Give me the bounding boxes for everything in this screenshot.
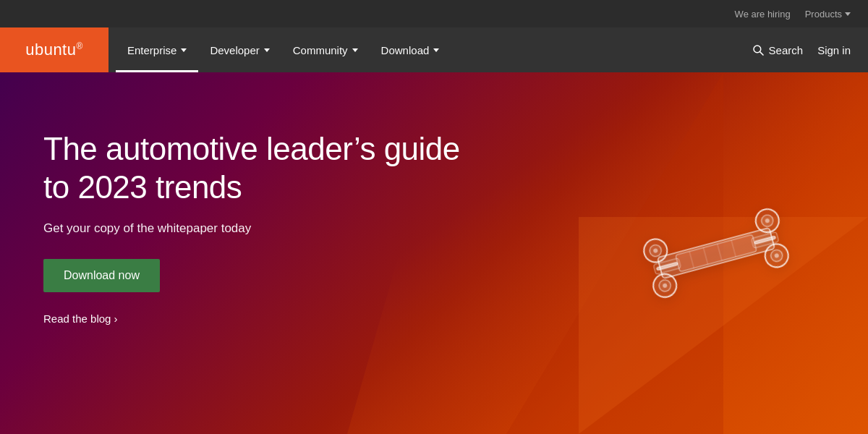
svg-line-1 (760, 52, 763, 56)
nav-item-developer[interactable]: Developer (198, 27, 281, 72)
logo-text: ubuntu® (25, 41, 83, 59)
we-are-hiring-link[interactable]: We are hiring (735, 9, 791, 20)
developer-chevron-icon (264, 48, 270, 52)
download-now-button[interactable]: Download now (43, 259, 160, 292)
hero-section: The automotive leader’s guide to 2023 tr… (0, 72, 868, 434)
svg-rect-26 (677, 237, 755, 271)
ubuntu-logo[interactable]: ubuntu® (0, 27, 109, 72)
hero-heading: The automotive leader’s guide to 2023 tr… (43, 130, 477, 207)
nav-item-enterprise[interactable]: Enterprise (116, 27, 198, 72)
products-chevron-icon (845, 12, 851, 16)
download-chevron-icon (433, 48, 439, 52)
community-chevron-icon (352, 48, 358, 52)
main-nav: ubuntu® Enterprise Developer Community D… (0, 27, 868, 72)
svg-point-0 (754, 46, 761, 53)
search-button[interactable]: Search (752, 43, 804, 56)
hero-subtext: Get your copy of the whitepaper today (43, 221, 477, 236)
read-blog-link[interactable]: Read the blog › (43, 312, 477, 325)
products-label: Products (805, 9, 842, 20)
nav-items: Enterprise Developer Community Download (109, 27, 752, 72)
hero-content: The automotive leader’s guide to 2023 tr… (0, 72, 521, 383)
top-bar: We are hiring Products (0, 0, 868, 27)
nav-item-download[interactable]: Download (370, 27, 451, 72)
enterprise-chevron-icon (181, 48, 187, 52)
search-icon (752, 43, 765, 56)
sign-in-link[interactable]: Sign in (817, 44, 851, 56)
products-link[interactable]: Products (805, 9, 851, 20)
nav-item-community[interactable]: Community (281, 27, 370, 72)
nav-right: Search Sign in (752, 43, 868, 56)
